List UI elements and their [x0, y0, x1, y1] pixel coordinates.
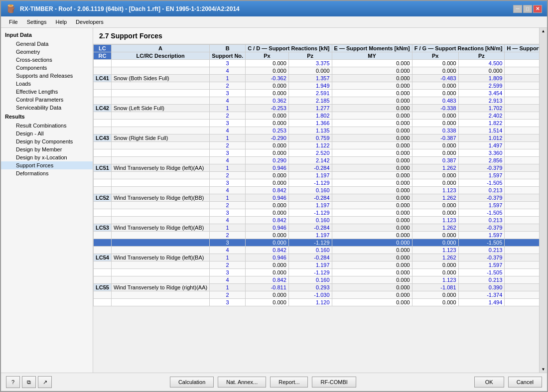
cell-px1: 0.000	[246, 172, 289, 179]
cell-px1: -0.811	[246, 284, 289, 291]
sidebar-item-cross-sections[interactable]: Cross-sections	[1, 56, 93, 64]
cell-description: Snow (Both Sides Full)	[111, 75, 209, 82]
cell-my2: 0.000	[505, 299, 539, 306]
scroll-down-button[interactable]: ▼	[541, 366, 547, 373]
cell-px2: 0.000	[412, 261, 458, 269]
sidebar-item-design-components[interactable]: Design by Components	[1, 137, 93, 145]
sidebar-item-loads[interactable]: Loads	[1, 80, 93, 88]
nat-annex-button[interactable]: Nat. Annex...	[218, 377, 266, 388]
export-button[interactable]: ↗	[38, 376, 52, 388]
cell-my1: 0.000	[332, 194, 412, 202]
sidebar-item-result-combinations[interactable]: Result Combinations	[1, 122, 93, 130]
rf-combi-button[interactable]: RF-COMBI	[312, 377, 356, 388]
cell-support-no: 3	[210, 239, 246, 247]
sidebar-item-effective-lengths[interactable]: Effective Lengths	[1, 88, 93, 96]
cell-my2: 0.000	[505, 127, 539, 134]
cell-pz1: -1.129	[288, 269, 332, 276]
sidebar-item-design-member[interactable]: Design by Member	[1, 145, 93, 153]
cell-pz2: -0.379	[458, 194, 505, 202]
cell-description	[111, 67, 209, 75]
menu-help[interactable]: Help	[51, 17, 71, 26]
cell-my1: 0.000	[332, 90, 412, 97]
cell-px1: 0.000	[246, 261, 289, 269]
cell-px1: -0.362	[246, 75, 289, 82]
cell-lc	[94, 90, 112, 97]
content-title: 2.7 Support Forces	[93, 28, 539, 44]
cell-pz2: 1.012	[458, 134, 505, 142]
scroll-up-button[interactable]: ▲	[541, 28, 547, 34]
cell-my1: 0.000	[332, 224, 412, 232]
cell-px2: 0.000	[412, 82, 458, 90]
sidebar-item-control-parameters[interactable]: Control Parameters	[1, 96, 93, 104]
table-container[interactable]: LC A B C / D — Support Reactions [kN] E …	[93, 44, 539, 373]
help-button[interactable]: ?	[6, 376, 20, 388]
sidebar-item-deformations[interactable]: Deformations	[1, 169, 93, 177]
cell-support-no: 1	[210, 105, 246, 112]
sidebar-item-geometry[interactable]: Geometry	[1, 48, 93, 56]
ok-button[interactable]: OK	[474, 377, 504, 388]
col-subheader-pz2: Pz	[458, 52, 505, 60]
cell-support-no: 4	[210, 217, 246, 224]
cell-pz2: -1.505	[458, 239, 505, 247]
cell-description	[111, 187, 209, 194]
cell-px2: 1.262	[412, 194, 458, 202]
cell-pz1: -0.284	[288, 194, 332, 202]
maximize-button[interactable]: □	[523, 5, 532, 13]
sidebar-item-components[interactable]: Components	[1, 64, 93, 72]
cell-pz2: 2.402	[458, 112, 505, 120]
col-subheader-my1: MY	[332, 52, 412, 60]
cell-lc	[94, 269, 112, 276]
content-area: 2.7 Support Forces LC A B C / D — Suppor…	[93, 28, 539, 373]
cell-my1: 0.000	[332, 291, 412, 299]
close-button[interactable]: ✕	[533, 5, 542, 13]
cell-my1: 0.000	[332, 179, 412, 187]
cell-pz2: 0.213	[458, 217, 505, 224]
col-subheader-no: Support No.	[210, 52, 246, 60]
cell-lc	[94, 60, 112, 67]
col-subheader-rc: RC	[94, 52, 112, 60]
sidebar-item-supports-releases[interactable]: Supports and Releases	[1, 72, 93, 80]
cell-description	[111, 157, 209, 164]
sidebar-item-design-x-location[interactable]: Design by x-Location	[1, 153, 93, 161]
menu-file[interactable]: File	[5, 17, 22, 26]
cell-lc	[94, 187, 112, 194]
cell-lc	[94, 157, 112, 164]
cell-pz1: 0.759	[288, 134, 332, 142]
cell-px2: 1.262	[412, 224, 458, 232]
cell-px1: 0.000	[246, 299, 289, 306]
cell-description	[111, 291, 209, 299]
report-button[interactable]: Report...	[270, 377, 308, 388]
sidebar-item-general-data[interactable]: General Data	[1, 40, 93, 48]
sidebar-item-design-all[interactable]: Design - All	[1, 130, 93, 137]
cell-px1: 0.000	[246, 120, 289, 127]
cell-my1: 0.000	[332, 209, 412, 217]
sidebar-item-support-forces[interactable]: Support Forces	[1, 161, 93, 169]
cell-description: Snow (Right Side Full)	[111, 134, 209, 142]
calculation-button[interactable]: Calculation	[170, 377, 214, 388]
cancel-button[interactable]: Cancel	[508, 377, 542, 388]
menu-settings[interactable]: Settings	[23, 17, 51, 26]
cell-lc	[94, 202, 112, 209]
cell-description	[111, 120, 209, 127]
minimize-button[interactable]: ─	[513, 5, 522, 13]
cell-my2: 0.000	[505, 105, 539, 112]
cell-px2: 0.338	[412, 127, 458, 134]
cell-px2: 1.123	[412, 187, 458, 194]
cell-description	[111, 232, 209, 239]
dialog-buttons: OK Cancel	[474, 377, 542, 388]
cell-pz1: 2.142	[288, 157, 332, 164]
menu-developers[interactable]: Developers	[72, 17, 108, 26]
cell-px2: 0.000	[412, 299, 458, 306]
col-subheader-desc: LC/RC Description	[111, 52, 209, 60]
cell-support-no: 4	[210, 187, 246, 194]
col-subheader-pz1: Pz	[288, 52, 332, 60]
scrollbar-vertical[interactable]: ▲ ▼	[539, 28, 547, 373]
cell-my2: 0.000	[505, 194, 539, 202]
toolbar-icons: ? ⧉ ↗	[6, 376, 52, 388]
cell-px1: 0.946	[246, 254, 289, 261]
cell-my1: 0.000	[332, 299, 412, 306]
cell-px1: 0.000	[246, 149, 289, 157]
sidebar-item-serviceability[interactable]: Serviceability Data	[1, 104, 93, 112]
copy-button[interactable]: ⧉	[22, 376, 36, 388]
cell-pz2: 1.809	[458, 75, 505, 82]
